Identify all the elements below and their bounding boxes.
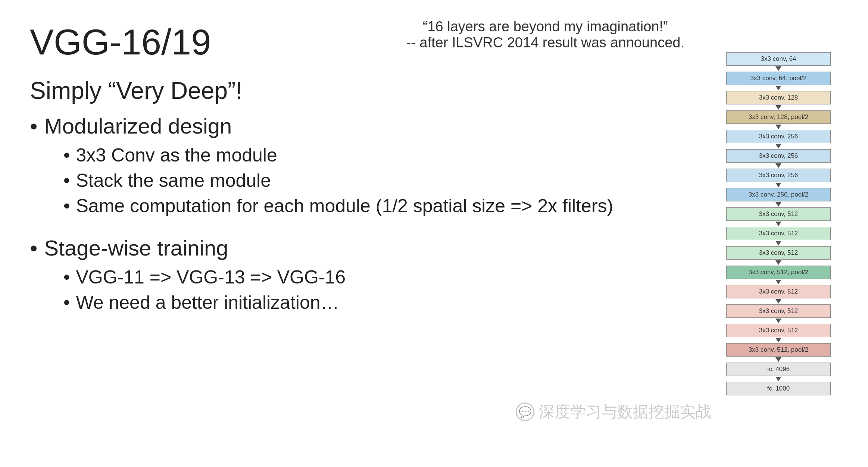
- layer-block: 3x3 conv, 512, pool/2: [726, 266, 831, 279]
- vgg-diagram: 3x3 conv, 643x3 conv, 64, pool/23x3 conv…: [711, 52, 846, 395]
- watermark: 💬 深度学习与数据挖掘实战: [516, 401, 711, 422]
- layer-block: 3x3 conv, 128, pool/2: [726, 110, 831, 124]
- quote-line1: “16 layers are beyond my imagination!”: [406, 19, 684, 35]
- arrow-down-icon: [775, 202, 781, 207]
- layer-block: 3x3 conv, 512: [726, 227, 831, 240]
- arrow-down-icon: [775, 66, 781, 71]
- arrow-down-icon: [775, 357, 781, 362]
- quote-line2: -- after ILSVRC 2014 result was announce…: [406, 35, 684, 51]
- watermark-icon: 💬: [516, 402, 534, 421]
- layer-block: 3x3 conv, 512: [726, 304, 831, 318]
- layer-block: 3x3 conv, 512: [726, 324, 831, 337]
- layer-block: 3x3 conv, 128: [726, 91, 831, 104]
- layer-block: 3x3 conv, 512: [726, 246, 831, 260]
- layer-block: 3x3 conv, 512: [726, 285, 831, 298]
- layer-block: 3x3 conv, 512, pool/2: [726, 343, 831, 357]
- quote-block: “16 layers are beyond my imagination!” -…: [406, 19, 684, 51]
- layer-block: 3x3 conv, 64, pool/2: [726, 72, 831, 85]
- arrow-down-icon: [775, 163, 781, 168]
- arrow-down-icon: [775, 125, 781, 129]
- arrow-down-icon: [775, 280, 781, 284]
- watermark-text: 深度学习与数据挖掘实战: [539, 401, 711, 422]
- arrow-down-icon: [775, 241, 781, 245]
- arrow-down-icon: [775, 338, 781, 342]
- slide-container: VGG-16/19 “16 layers are beyond my imagi…: [0, 0, 868, 467]
- layer-block: 3x3 conv, 256: [726, 130, 831, 143]
- arrow-down-icon: [775, 377, 781, 381]
- layer-block: 3x3 conv, 64: [726, 52, 831, 66]
- arrow-down-icon: [775, 144, 781, 148]
- layer-block: 3x3 conv, 256: [726, 169, 831, 182]
- arrow-down-icon: [775, 105, 781, 110]
- arrow-down-icon: [775, 299, 781, 304]
- layer-block: 3x3 conv, 256, pool/2: [726, 188, 831, 201]
- arrow-down-icon: [775, 183, 781, 187]
- layer-block: 3x3 conv, 512: [726, 207, 831, 221]
- arrow-down-icon: [775, 319, 781, 323]
- layer-block: 3x3 conv, 256: [726, 149, 831, 163]
- arrow-down-icon: [775, 86, 781, 90]
- layer-block: fc, 4096: [726, 363, 831, 376]
- arrow-down-icon: [775, 260, 781, 265]
- arrow-down-icon: [775, 222, 781, 226]
- layer-block: fc, 1000: [726, 382, 831, 395]
